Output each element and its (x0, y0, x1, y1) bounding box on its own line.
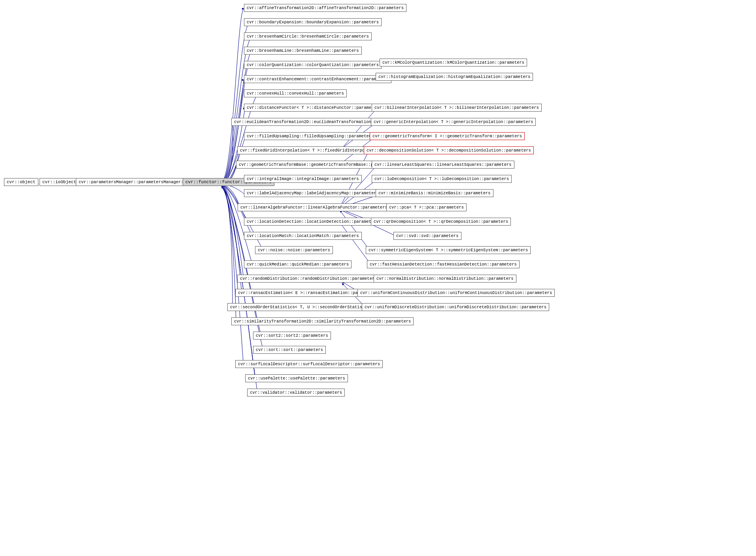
node-ioObject: cvr::ioObject (40, 178, 79, 186)
node-object: cvr::object (4, 178, 38, 186)
node-luDecomposition: cvr::luDecomposition< T >::luDecompositi… (372, 175, 512, 183)
node-normalDistribution: cvr::normalDistribution::normalDistribut… (374, 275, 516, 283)
node-kMColorQuantization: cvr::kMColorQuantization::kMColorQuantiz… (380, 59, 527, 66)
node-uniformDiscreteDistribution: cvr::uniformDiscreteDistribution::unifor… (362, 303, 549, 311)
node-histogramEqualization: cvr::histogramEqualization::histogramEqu… (376, 73, 533, 81)
node-convexHull: cvr::convexHull::convexHull::parameters (244, 89, 347, 97)
diagram-container: cvr::object cvr::ioObject cvr::parameter… (0, 0, 756, 556)
node-bilinearInterpolation: cvr::bilinearInterpolation< T >::bilinea… (372, 104, 542, 112)
node-integralImage: cvr::integralImage::integralImage::param… (244, 175, 362, 183)
node-uniformContinuousDistribution: cvr::uniformContinuousDistribution::unif… (357, 289, 555, 297)
svg-line-15 (340, 211, 370, 251)
node-svd: cvr::svd::svd::parameters (393, 232, 461, 240)
node-filledUpsampling: cvr::filledUpsampling::filledUpsampling:… (244, 132, 376, 140)
svg-line-16 (340, 223, 372, 266)
node-validator: cvr::validator::validator::parameters (247, 389, 345, 397)
node-boundaryExpansion: cvr::boundaryExpansion::boundaryExpansio… (244, 18, 382, 26)
node-pca: cvr::pca< T >::pca::parameters (386, 203, 467, 211)
node-similarityTransformation2D: cvr::similarityTransformation2D::similar… (231, 317, 414, 325)
node-noise: cvr::noise::noise::parameters (255, 246, 333, 254)
node-quickMedian: cvr::quickMedian::quickMedian::parameter… (244, 260, 352, 268)
node-locationDetection: cvr::locationDetection::locationDetectio… (244, 218, 382, 226)
node-bresenhamLine: cvr::bresenhamLine::bresenhamLine::param… (244, 47, 362, 55)
node-linearLeastSquares: cvr::linearLeastSquares::linearLeastSqua… (372, 161, 514, 169)
node-usePalette: cvr::usePalette::usePalette::parameters (245, 374, 348, 382)
node-colorQuantization: cvr::colorQuantization::colorQuantizatio… (244, 61, 382, 69)
node-linearAlgebraFunctor: cvr::linearAlgebraFunctor::linearAlgebra… (238, 203, 390, 211)
node-randomDistribution: cvr::randomDistribution::randomDistribut… (237, 275, 380, 283)
node-locationMatch: cvr::locationMatch::locationMatch::param… (244, 232, 362, 240)
node-contrastEnhancement: cvr::contrastEnhancement::contrastEnhanc… (244, 75, 391, 83)
node-labelAdjacencyMap: cvr::labelAdjacencyMap::labelAdjacencyMa… (244, 189, 382, 197)
node-geometricTransform: cvr::geometricTransform< I >::geometricT… (370, 132, 525, 140)
node-sort2: cvr::sort2::sort2::parameters (253, 332, 331, 340)
svg-line-5 (340, 109, 376, 150)
node-symmetricEigenSystem: cvr::symmetricEigenSystem< T >::symmetri… (366, 246, 531, 254)
svg-line-9 (340, 166, 376, 207)
node-sort: cvr::sort::sort::parameters (253, 346, 326, 354)
node-fastHessianDetection: cvr::fastHessianDetection::fastHessianDe… (367, 260, 520, 268)
node-surfLocalDescriptor: cvr::surfLocalDescriptor::surfLocalDescr… (235, 360, 383, 368)
node-decompositionSolution: cvr::decompositionSolution< T >::decompo… (364, 146, 534, 154)
node-minimizeBasis: cvr::minimizeBasis::minimizeBasis::param… (376, 189, 493, 197)
node-genericInterpolation: cvr::genericInterpolation< T >::genericI… (371, 118, 536, 126)
node-distanceFunctor: cvr::distanceFunctor< T >::distanceFunct… (244, 104, 384, 112)
node-affineTransformation2D: cvr::affineTransformation2D::affineTrans… (244, 4, 406, 12)
node-bresenhamCircle: cvr::bresenhamCircle::bresenhamCircle::p… (244, 32, 372, 40)
node-qrDecomposition: cvr::qrDecomposition< T >::qrDecompositi… (371, 218, 511, 226)
